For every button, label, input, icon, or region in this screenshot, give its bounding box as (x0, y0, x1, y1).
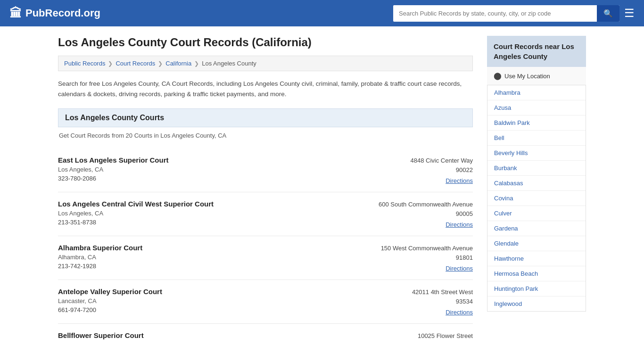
directions-link[interactable]: Directions (412, 309, 473, 316)
breadcrumb: Public Records ❯ Court Records ❯ Califor… (58, 56, 473, 71)
sidebar-city-link[interactable]: Inglewood (487, 296, 586, 311)
court-item: Los Angeles Central Civil West Superior … (58, 192, 473, 236)
sidebar-city-item: Bell (487, 131, 586, 146)
sidebar-city-link[interactable]: Bell (487, 131, 586, 145)
use-location-label: Use My Location (504, 73, 550, 80)
page-description: Search for free Los Angeles County, CA C… (58, 79, 473, 99)
court-city: Los Angeles, CA (58, 210, 214, 217)
court-name: Alhambra Superior Court (58, 244, 142, 252)
sidebar-city-link[interactable]: Huntington Park (487, 281, 586, 296)
site-header: 🏛 PubRecord.org 🔍 ☰ (0, 0, 644, 26)
sidebar-city-item: Covina (487, 191, 586, 206)
court-item: Bellflower Superior Court10025 Flower St… (58, 324, 473, 351)
search-input[interactable] (393, 6, 597, 21)
sidebar-city-item: Alhambra (487, 85, 586, 100)
header-right: 🔍 ☰ (393, 5, 635, 22)
sidebar-city-list: AlhambraAzusaBaldwin ParkBellBeverly Hil… (487, 85, 586, 312)
court-name: Los Angeles Central Civil West Superior … (58, 200, 214, 208)
sidebar-city-link[interactable]: Glendale (487, 236, 586, 251)
court-info: Alhambra Superior CourtAlhambra, CA213-7… (58, 244, 142, 270)
sidebar-city-item: Huntington Park (487, 281, 586, 296)
court-info: Antelope Valley Superior CourtLancaster,… (58, 288, 162, 313)
use-my-location[interactable]: ⬤ Use My Location (487, 67, 586, 85)
sidebar: Court Records near Los Angeles County ⬤ … (487, 36, 586, 351)
court-phone: 213-351-8738 (58, 219, 214, 226)
sidebar-city-link[interactable]: Burbank (487, 161, 586, 175)
sidebar-city-link[interactable]: Calabasas (487, 176, 586, 190)
site-logo[interactable]: 🏛 PubRecord.org (9, 6, 100, 21)
court-address-text: 150 West Commonwealth Avenue91801 (381, 244, 473, 262)
sidebar-city-item: Azusa (487, 100, 586, 115)
sidebar-city-link[interactable]: Azusa (487, 100, 586, 115)
logo-icon: 🏛 (9, 6, 22, 21)
court-address: 10025 Flower Street (418, 331, 473, 344)
sidebar-city-item: Hawthorne (487, 251, 586, 266)
sidebar-city-item: Culver (487, 206, 586, 221)
breadcrumb-current: Los Angeles County (202, 60, 256, 67)
sidebar-city-item: Burbank (487, 161, 586, 176)
sidebar-city-item: Inglewood (487, 296, 586, 311)
sidebar-city-link[interactable]: Covina (487, 191, 586, 206)
directions-link[interactable]: Directions (379, 221, 473, 228)
sidebar-city-item: Baldwin Park (487, 115, 586, 131)
location-icon: ⬤ (494, 72, 502, 80)
court-item: Antelope Valley Superior CourtLancaster,… (58, 280, 473, 324)
sidebar-city-link[interactable]: Beverly Hills (487, 146, 586, 160)
court-address: 42011 4th Street West93534Directions (412, 288, 473, 316)
sidebar-city-item: Beverly Hills (487, 146, 586, 161)
directions-link[interactable]: Directions (381, 265, 473, 272)
breadcrumb-court-records[interactable]: Court Records (116, 60, 155, 67)
court-address-text: 10025 Flower Street (418, 331, 473, 341)
sidebar-city-link[interactable]: Culver (487, 206, 586, 221)
court-item: Alhambra Superior CourtAlhambra, CA213-7… (58, 236, 473, 280)
courts-section-header: Los Angeles County Courts (58, 108, 473, 127)
courts-section-sub: Get Court Records from 20 Courts in Los … (58, 132, 473, 139)
sidebar-city-link[interactable]: Hawthorne (487, 251, 586, 266)
sidebar-city-link[interactable]: Gardena (487, 221, 586, 236)
sidebar-city-item: Hermosa Beach (487, 266, 586, 281)
court-phone: 323-780-2086 (58, 175, 169, 182)
court-info: East Los Angeles Superior CourtLos Angel… (58, 156, 169, 182)
court-city: Los Angeles, CA (58, 166, 169, 173)
courts-list: East Los Angeles Superior CourtLos Angel… (58, 148, 473, 351)
court-address-text: 600 South Commonwealth Avenue90005 (379, 200, 473, 218)
search-bar: 🔍 (393, 5, 619, 22)
court-item: East Los Angeles Superior CourtLos Angel… (58, 148, 473, 192)
breadcrumb-sep-3: ❯ (194, 60, 199, 67)
left-content: Los Angeles County Court Records (Califo… (58, 36, 473, 351)
court-address: 4848 Civic Center Way90022Directions (411, 156, 473, 184)
logo-text: PubRecord.org (25, 7, 100, 19)
breadcrumb-sep-2: ❯ (158, 60, 163, 67)
court-city: Alhambra, CA (58, 254, 142, 261)
breadcrumb-california[interactable]: California (165, 60, 191, 67)
directions-link[interactable]: Directions (411, 177, 473, 184)
court-name: Antelope Valley Superior Court (58, 288, 162, 296)
sidebar-city-item: Glendale (487, 236, 586, 251)
breadcrumb-sep-1: ❯ (108, 60, 113, 67)
sidebar-city-link[interactable]: Alhambra (487, 85, 586, 100)
court-city: Lancaster, CA (58, 297, 162, 304)
court-phone: 661-974-7200 (58, 306, 162, 313)
court-info: Los Angeles Central Civil West Superior … (58, 200, 214, 226)
court-name: East Los Angeles Superior Court (58, 156, 169, 164)
court-address: 600 South Commonwealth Avenue90005Direct… (379, 200, 473, 228)
sidebar-city-item: Gardena (487, 221, 586, 236)
main-container: Los Angeles County Court Records (Califo… (49, 26, 595, 361)
court-address-text: 42011 4th Street West93534 (412, 288, 473, 306)
court-phone: 213-742-1928 (58, 263, 142, 270)
search-button[interactable]: 🔍 (597, 5, 619, 22)
sidebar-header: Court Records near Los Angeles County (487, 36, 586, 67)
court-address-text: 4848 Civic Center Way90022 (411, 156, 473, 174)
court-info: Bellflower Superior Court (58, 331, 144, 341)
hamburger-icon[interactable]: ☰ (624, 7, 635, 20)
breadcrumb-public-records[interactable]: Public Records (64, 60, 105, 67)
court-address: 150 West Commonwealth Avenue91801Directi… (381, 244, 473, 272)
sidebar-city-link[interactable]: Hermosa Beach (487, 266, 586, 281)
sidebar-city-item: Calabasas (487, 176, 586, 191)
court-name: Bellflower Superior Court (58, 331, 144, 339)
sidebar-city-link[interactable]: Baldwin Park (487, 115, 586, 130)
page-title: Los Angeles County Court Records (Califo… (58, 36, 473, 49)
